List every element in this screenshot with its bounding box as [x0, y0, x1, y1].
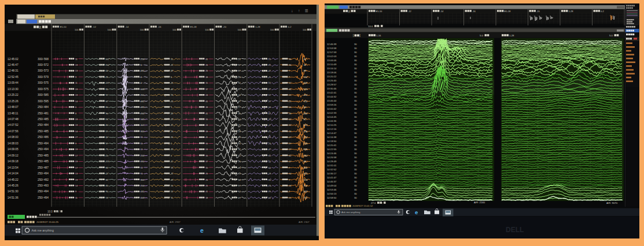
svg-text:1-16: 1-16: [376, 34, 381, 37]
svg-text:30: 30: [354, 111, 357, 114]
svg-text:14:45:26: 14:45:26: [8, 184, 19, 187]
svg-text:1-28: 1-28: [569, 10, 574, 13]
svg-text:30: 30: [354, 99, 357, 102]
svg-text:12:48:31: 12:48:31: [8, 69, 19, 72]
svg-text:2018/9/27 15:01:12: 2018/9/27 15:01:12: [352, 204, 373, 207]
svg-text:14:13:54: 14:13:54: [8, 166, 19, 169]
svg-text:14:00:42: 14:00:42: [327, 107, 337, 110]
svg-text:30: 30: [354, 103, 357, 106]
svg-text:☰: ☰: [305, 9, 308, 13]
svg-text:13:30:46: 13:30:46: [327, 87, 337, 90]
svg-text:14:51:36: 14:51:36: [8, 196, 19, 199]
svg-text:14:46:37: 14:46:37: [327, 180, 337, 183]
svg-text:30: 30: [354, 55, 357, 58]
svg-text:E5-10: E5-10: [60, 25, 67, 28]
svg-text:14:09:18: 14:09:18: [8, 160, 19, 163]
svg-text:14:32:52: 14:32:52: [327, 168, 337, 171]
svg-text:30: 30: [354, 184, 357, 187]
svg-text:30: 30: [354, 47, 357, 50]
svg-text:14:14:04: 14:14:04: [8, 172, 19, 175]
svg-text:Ask me anything: Ask me anything: [341, 211, 360, 214]
svg-text:14:24:46: 14:24:46: [327, 152, 337, 155]
svg-text:14:14:47: 14:14:47: [327, 132, 337, 135]
svg-text:E5-18: E5-18: [505, 10, 511, 13]
svg-text:30: 30: [354, 176, 357, 179]
svg-text:1-28: 1-28: [509, 34, 514, 37]
svg-text:14:45:22: 14:45:22: [8, 178, 19, 181]
svg-text:30: 30: [354, 136, 357, 139]
svg-text:14:28:49: 14:28:49: [327, 160, 337, 163]
svg-text:30: 30: [354, 188, 357, 191]
svg-text:5.0: 5.0: [480, 34, 483, 37]
svg-text:30: 30: [354, 152, 357, 155]
svg-text:13:20:22: 13:20:22: [327, 75, 337, 78]
svg-text:30: 30: [354, 196, 357, 199]
svg-text:14:31:01: 14:31:01: [327, 164, 337, 167]
svg-text:14:18:50: 14:18:50: [327, 140, 337, 143]
svg-text:30: 30: [354, 168, 357, 171]
svg-text:30: 30: [354, 115, 357, 118]
svg-text:14:10:25: 14:10:25: [327, 124, 337, 126]
svg-text:30: 30: [354, 67, 357, 70]
svg-text:]: ]: [360, 34, 360, 37]
svg-text:30: 30: [354, 87, 357, 90]
svg-text:30: 30: [354, 120, 357, 122]
svg-text:e: e: [200, 227, 204, 234]
svg-text:30: 30: [354, 71, 357, 74]
svg-text:30: 30: [354, 144, 357, 147]
svg-text:752: 752: [304, 196, 308, 199]
svg-text:↑: ↑: [298, 9, 300, 13]
svg-text:14:16:38: 14:16:38: [327, 136, 337, 139]
svg-text:13:44:32: 13:44:32: [327, 95, 337, 98]
svg-text:30: 30: [354, 95, 357, 98]
svg-text:30: 30: [354, 164, 357, 167]
svg-text:30: 30: [354, 160, 357, 163]
svg-text:14:06:36: 14:06:36: [327, 120, 337, 122]
svg-text:0-2: 0-2: [288, 25, 292, 28]
svg-text:30: 30: [354, 63, 357, 66]
svg-text:13:02:03: 13:02:03: [327, 55, 337, 58]
svg-text:13:06:06: 13:06:06: [327, 59, 337, 62]
svg-text:↓: ↓: [291, 9, 293, 13]
svg-text:0-2: 0-2: [601, 10, 605, 13]
svg-text:-12: -12: [408, 10, 412, 13]
svg-text:13:09:44: 13:09:44: [8, 81, 19, 84]
svg-text:12:46:47: 12:46:47: [8, 64, 19, 66]
svg-text:13:42:41: 13:42:41: [327, 91, 337, 94]
svg-text:e: e: [415, 209, 418, 215]
svg-text:14:58:50: 14:58:50: [327, 196, 337, 199]
svg-text:14:53:46: 14:53:46: [327, 188, 337, 191]
svg-text:2018/9/27 15:00:25: 2018/9/27 15:00:25: [36, 221, 58, 223]
svg-text:30: 30: [354, 180, 357, 183]
svg-text:27.0: 27.0: [371, 202, 376, 204]
svg-text:14:49:04: 14:49:04: [327, 184, 337, 187]
svg-text:30: 30: [354, 172, 357, 175]
svg-text:250/-494: 250/-494: [38, 196, 49, 199]
svg-text:30: 30: [354, 156, 357, 159]
svg-text:E5-10: E5-10: [376, 10, 382, 13]
svg-text:12:45:02: 12:45:02: [8, 58, 19, 61]
svg-text:30: 30: [354, 107, 357, 110]
svg-text:30: 30: [354, 51, 357, 54]
svg-text:30: 30: [354, 192, 357, 195]
svg-text:10.0: 10.0: [47, 210, 53, 213]
svg-text:5.0: 5.0: [609, 34, 613, 37]
svg-text:14:36:17: 14:36:17: [327, 172, 337, 175]
svg-text:30: 30: [354, 43, 357, 46]
svg-text:250/-494: 250/-494: [38, 190, 49, 193]
svg-text:14:20:41: 14:20:41: [327, 144, 337, 147]
svg-text:14:26:58: 14:26:58: [327, 156, 337, 159]
svg-text:10.0: 10.0: [368, 25, 373, 28]
svg-text:30: 30: [354, 124, 357, 126]
svg-text:12:57:59: 12:57:59: [327, 51, 337, 54]
svg-text:14:51:30: 14:51:30: [8, 190, 19, 193]
svg-text:13:18:06: 13:18:06: [327, 71, 337, 74]
svg-text:13:16:14: 13:16:14: [327, 67, 337, 70]
svg-text:A/R: 9070: A/R: 9070: [606, 202, 618, 204]
svg-text:14:41:47: 14:41:47: [327, 176, 337, 179]
svg-text:A/R: 2307: A/R: 2307: [299, 221, 310, 223]
svg-text:30: 30: [354, 128, 357, 131]
svg-text:14:22:55: 14:22:55: [327, 148, 337, 151]
svg-text:30: 30: [354, 83, 357, 86]
svg-text:14:09:12: 14:09:12: [8, 154, 19, 157]
